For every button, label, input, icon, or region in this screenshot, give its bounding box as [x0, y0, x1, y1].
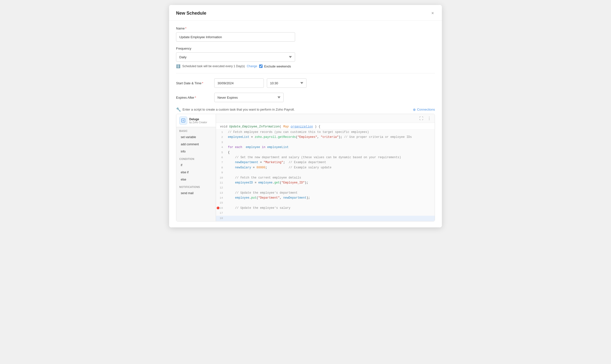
code-panel[interactable]: ⛶ ⋮ void Update_Employee_Information( Ma… [216, 114, 435, 221]
line-num-13: 13 [216, 190, 226, 195]
code-line-3: 3 [216, 140, 435, 145]
frequency-section: Frequency Daily Weekly Monthly ℹ️ Schedu… [176, 47, 435, 68]
sidebar-item-set-variable[interactable]: set variable [178, 134, 214, 141]
line-num-9: 9 [216, 170, 226, 175]
expand-button[interactable]: ⛶ [418, 116, 424, 121]
code-line-8: 8 newSalary = 80000; // Example salary u… [216, 165, 435, 170]
sidebar-item-info[interactable]: info [178, 148, 214, 155]
function-header: void Update_Employee_Information( Map or… [216, 123, 435, 130]
line-num-17: 17 [216, 211, 226, 215]
void-keyword: void [220, 125, 229, 128]
connections-link[interactable]: ⊕ Connections [413, 108, 435, 112]
paren-close: ) { [313, 125, 320, 128]
line-code-4: for each employee in employeeList [226, 145, 291, 150]
function-name: Update_Employee_Information [229, 125, 280, 128]
line-code-8: newSalary = 80000; // Example salary upd… [226, 165, 334, 170]
code-line-16: 🔴 16 // Update the employee's salary [216, 206, 435, 211]
line-num-15: 15 [216, 200, 226, 205]
deluge-icon [179, 117, 187, 124]
basic-section-label: BASIC [176, 127, 216, 133]
modal-header: New Schedule × [169, 5, 442, 21]
line-code-3 [226, 140, 232, 145]
line-num-8: 8 [216, 165, 226, 170]
frequency-label: Frequency [176, 47, 435, 50]
exclude-weekends-label[interactable]: Exclude weekends [259, 64, 291, 68]
code-line-5: 5 { [216, 150, 435, 155]
code-line-18[interactable]: 18 [216, 216, 435, 221]
frequency-select[interactable]: Daily Weekly Monthly [176, 52, 295, 62]
start-datetime-label: Start Date & Time* [176, 81, 208, 85]
deluge-header: Deluge by Zoho Creator [176, 114, 216, 127]
code-line-11: 11 employeeID = employee.get("Employee_I… [216, 180, 435, 185]
code-area[interactable]: void Update_Employee_Information( Map or… [216, 123, 435, 221]
line-num-4: 4 [216, 145, 226, 150]
name-input[interactable] [176, 32, 295, 42]
expires-row: Expires After* Never Expires After 1 occ… [176, 93, 435, 102]
line-code-13: // Update the employee's department [226, 190, 300, 195]
line-code-1: // Fetch employee records (you can custo… [226, 130, 371, 135]
start-date-input[interactable] [214, 78, 264, 88]
code-line-2: 2 employeeList = zoho.payroll.getRecords… [216, 135, 435, 140]
code-toolbar: ⛶ ⋮ [216, 114, 435, 123]
more-options-button[interactable]: ⋮ [426, 116, 432, 121]
code-line-12: 12 [216, 185, 435, 190]
line-num-3: 3 [216, 140, 226, 145]
line-num-2: 2 [216, 135, 226, 140]
line-num-1: 1 [216, 130, 226, 135]
line-num-5: 5 [216, 150, 226, 155]
line-num-18: 18 [216, 216, 226, 221]
line-code-10: // Fetch the current employee details [226, 175, 303, 180]
sidebar-item-add-comment[interactable]: add comment [178, 141, 214, 148]
expires-label: Expires After* [176, 96, 208, 99]
divider-1 [176, 73, 435, 73]
close-button[interactable]: × [430, 10, 435, 16]
frequency-info-bar: ℹ️ Scheduled task will be executed every… [176, 64, 435, 68]
line-code-11: employeeID = employee.get("Employee_ID")… [226, 180, 310, 185]
line-code-17 [226, 211, 232, 215]
code-line-4: 4 for each employee in employeeList [216, 145, 435, 150]
sidebar-item-if[interactable]: if [178, 162, 214, 169]
line-code-16: // Update the employee's salary [226, 206, 292, 211]
exclude-weekends-checkbox[interactable] [259, 64, 263, 68]
date-time-row: 10:30 09:00 11:00 12:00 [214, 78, 306, 88]
line-code-12 [226, 185, 232, 190]
frequency-info-text: Scheduled task will be executed every 1 … [182, 64, 245, 68]
script-hint: 🔧 Enter a script to create a custom task… [176, 107, 295, 112]
organization-link[interactable]: organization [291, 125, 313, 128]
expires-select[interactable]: Never Expires After 1 occurrence After 5… [214, 93, 284, 102]
line-num-14: 14 [216, 195, 226, 200]
line-num-11: 11 [216, 180, 226, 185]
name-required: * [185, 27, 186, 30]
code-editor: Deluge by Zoho Creator BASIC set variabl… [176, 114, 435, 221]
line-code-14: employee.put("Department", newDepartment… [226, 195, 312, 200]
code-line-6: 6 // Set the new department and salary (… [216, 155, 435, 160]
sidebar-item-else-if[interactable]: else if [178, 169, 214, 176]
start-time-select[interactable]: 10:30 09:00 11:00 12:00 [267, 78, 306, 88]
name-section: Name* [176, 27, 435, 42]
line-num-12: 12 [216, 185, 226, 190]
sidebar-item-send-mail[interactable]: send mail [178, 190, 214, 197]
code-line-15: 15 [216, 200, 435, 205]
code-line-14: 14 employee.put("Department", newDepartm… [216, 195, 435, 200]
code-line-10: 10 // Fetch the current employee details [216, 175, 435, 180]
line-code-7: newDepartment = "Marketing"; // Example … [226, 160, 328, 165]
modal-title: New Schedule [176, 11, 206, 16]
condition-section-label: CONDITION [176, 155, 216, 161]
line-num-7: 7 [216, 160, 226, 165]
sidebar-item-else[interactable]: else [178, 176, 214, 183]
line-code-18 [226, 216, 232, 221]
error-indicator: 🔴 [216, 206, 219, 210]
line-code-2: employeeList = zoho.payroll.getRecords("… [226, 135, 414, 140]
paren-open: ( [279, 125, 283, 128]
line-num-10: 10 [216, 175, 226, 180]
code-line-9: 9 [216, 170, 435, 175]
info-circle-icon: ℹ️ [176, 64, 180, 68]
deluge-text: Deluge by Zoho Creator [189, 118, 207, 124]
start-datetime-row: Start Date & Time* 10:30 09:00 11:00 12:… [176, 78, 435, 88]
code-line-13: 13 // Update the employee's department [216, 190, 435, 195]
notifications-section-label: NOTIFICATIONS [176, 183, 216, 189]
modal-body: Name* Frequency Daily Weekly Monthly ℹ️ … [169, 21, 442, 227]
change-link[interactable]: Change [247, 64, 257, 68]
code-line-1: 1 // Fetch employee records (you can cus… [216, 130, 435, 135]
map-keyword: Map [283, 125, 291, 128]
